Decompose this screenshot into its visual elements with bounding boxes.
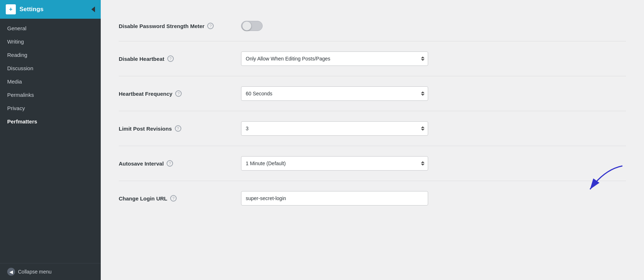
disable-password-strength-meter-toggle[interactable]: [241, 21, 263, 31]
sidebar-item-general[interactable]: General: [0, 22, 101, 35]
change-login-url-control: [241, 191, 626, 206]
disable-password-strength-meter-help[interactable]: ?: [207, 23, 214, 29]
autosave-interval-control: 1 Minute (Default) 2 Minutes 5 Minutes 1…: [241, 156, 626, 171]
disable-password-strength-meter-control: [241, 21, 626, 31]
main-content: Disable Password Strength Meter ? Disabl…: [101, 0, 644, 280]
autosave-interval-help[interactable]: ?: [167, 160, 173, 167]
limit-post-revisions-label: Limit Post Revisions: [119, 126, 172, 132]
sidebar-arrow-indicator: [91, 6, 95, 12]
disable-heartbeat-help[interactable]: ?: [167, 55, 174, 62]
heartbeat-frequency-label: Heartbeat Frequency: [119, 91, 172, 97]
sidebar: + Settings General Writing Reading Discu…: [0, 0, 101, 280]
sidebar-header: + Settings: [0, 0, 101, 19]
disable-heartbeat-label: Disable Heartbeat: [119, 56, 164, 62]
setting-row-change-login-url: Change Login URL ?: [119, 181, 626, 216]
heartbeat-frequency-help[interactable]: ?: [175, 90, 182, 97]
setting-label-limit-post-revisions: Limit Post Revisions ?: [119, 125, 241, 132]
limit-post-revisions-control: 1 2 3 4 5 10: [241, 121, 626, 136]
heartbeat-frequency-control: 15 Seconds 30 Seconds 60 Seconds 120 Sec…: [241, 86, 626, 101]
setting-label-change-login-url: Change Login URL ?: [119, 195, 241, 202]
sidebar-item-privacy[interactable]: Privacy: [0, 101, 101, 115]
sidebar-nav: General Writing Reading Discussion Media…: [0, 19, 101, 263]
sidebar-item-permalinks[interactable]: Permalinks: [0, 88, 101, 101]
collapse-label: Collapse menu: [18, 269, 51, 275]
disable-heartbeat-select-wrapper: Allow Everywhere Only Allow When Editing…: [241, 51, 428, 66]
change-login-url-label: Change Login URL: [119, 195, 167, 202]
heartbeat-frequency-select[interactable]: 15 Seconds 30 Seconds 60 Seconds 120 Sec…: [241, 86, 428, 101]
sidebar-item-reading[interactable]: Reading: [0, 48, 101, 62]
setting-row-autosave-interval: Autosave Interval ? 1 Minute (Default) 2…: [119, 146, 626, 181]
autosave-interval-select[interactable]: 1 Minute (Default) 2 Minutes 5 Minutes 1…: [241, 156, 428, 171]
setting-row-heartbeat-frequency: Heartbeat Frequency ? 15 Seconds 30 Seco…: [119, 76, 626, 111]
heartbeat-frequency-select-wrapper: 15 Seconds 30 Seconds 60 Seconds 120 Sec…: [241, 86, 428, 101]
disable-heartbeat-control: Allow Everywhere Only Allow When Editing…: [241, 51, 626, 66]
wp-logo: +: [6, 4, 16, 14]
setting-row-disable-heartbeat: Disable Heartbeat ? Allow Everywhere Onl…: [119, 41, 626, 76]
collapse-menu-button[interactable]: ◀ Collapse menu: [0, 263, 101, 280]
limit-post-revisions-select-wrapper: 1 2 3 4 5 10: [241, 121, 428, 136]
setting-row-disable-password-strength-meter: Disable Password Strength Meter ?: [119, 11, 626, 41]
limit-post-revisions-help[interactable]: ?: [175, 125, 181, 132]
setting-label-autosave-interval: Autosave Interval ?: [119, 160, 241, 167]
collapse-icon: ◀: [7, 268, 15, 276]
toggle-thumb: [242, 21, 251, 31]
sidebar-item-media[interactable]: Media: [0, 75, 101, 88]
limit-post-revisions-select[interactable]: 1 2 3 4 5 10: [241, 121, 428, 136]
autosave-interval-label: Autosave Interval: [119, 161, 164, 167]
setting-label-heartbeat-frequency: Heartbeat Frequency ?: [119, 90, 241, 97]
setting-label-disable-password-strength-meter: Disable Password Strength Meter ?: [119, 23, 241, 29]
sidebar-item-discussion[interactable]: Discussion: [0, 62, 101, 75]
sidebar-item-writing[interactable]: Writing: [0, 35, 101, 48]
disable-password-strength-meter-label: Disable Password Strength Meter: [119, 23, 204, 29]
disable-heartbeat-select[interactable]: Allow Everywhere Only Allow When Editing…: [241, 51, 428, 66]
setting-row-limit-post-revisions: Limit Post Revisions ? 1 2 3 4 5 10: [119, 111, 626, 146]
sidebar-title: Settings: [19, 6, 44, 13]
setting-label-disable-heartbeat: Disable Heartbeat ?: [119, 55, 241, 62]
change-login-url-help[interactable]: ?: [170, 195, 177, 202]
sidebar-item-perfmatters[interactable]: Perfmatters: [0, 115, 101, 128]
change-login-url-input[interactable]: [241, 191, 428, 206]
autosave-interval-select-wrapper: 1 Minute (Default) 2 Minutes 5 Minutes 1…: [241, 156, 428, 171]
